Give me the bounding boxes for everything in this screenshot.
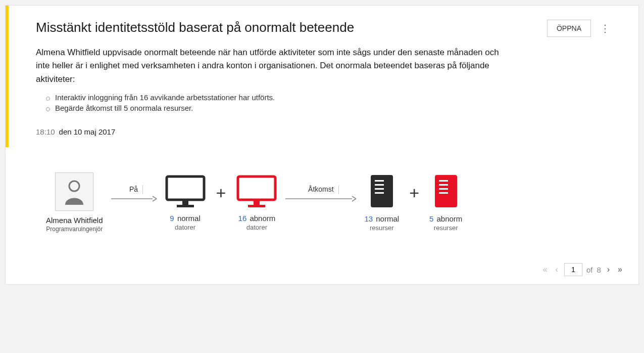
svg-rect-5 [238, 176, 275, 200]
svg-rect-3 [182, 200, 188, 205]
count-row: 16 abnorm [238, 214, 276, 223]
count: 16 [238, 214, 247, 223]
computers-abnormal-node[interactable]: 16 abnorm datorer [236, 174, 277, 231]
svg-point-0 [69, 181, 79, 191]
alert-card: Misstänkt identitetsstöld baserat på ono… [5, 5, 639, 285]
svg-rect-7 [248, 205, 265, 207]
activity-item: Begärde åtkomst till 5 onormala resurser… [46, 103, 608, 113]
of-label: of [586, 266, 593, 274]
arrow-label: Åtkomst [308, 185, 334, 193]
alert-timestamp: 18:10 den 10 maj 2017 [6, 122, 638, 148]
chevron-right-icon: › [607, 265, 610, 274]
more-menu-button[interactable]: ⋮ [597, 20, 613, 36]
alert-time: 18:10 [36, 127, 55, 136]
svg-rect-17 [439, 188, 448, 190]
type-label: datorer [175, 224, 195, 231]
count: 5 [429, 214, 433, 223]
actor-node[interactable]: Almena Whitfield Programvaruingenjör [46, 172, 103, 233]
chevron-left-icon: ‹ [556, 265, 558, 274]
arrow-right-icon [111, 195, 157, 202]
plus-icon: + [402, 183, 426, 222]
monitor-icon [165, 174, 206, 208]
svg-rect-4 [177, 205, 194, 207]
avatar [55, 172, 93, 211]
server-icon [434, 174, 458, 208]
type-label: resurser [370, 224, 394, 232]
last-page-button[interactable]: » [616, 264, 624, 275]
arrow-label: På [129, 185, 138, 193]
svg-rect-14 [435, 175, 457, 207]
svg-rect-10 [375, 180, 384, 182]
activity-list: Interaktiv inloggning från 16 avvikande … [6, 90, 638, 122]
chevron-double-right-icon: » [618, 265, 622, 274]
svg-rect-11 [375, 184, 384, 186]
prev-page-button[interactable]: ‹ [554, 264, 560, 275]
svg-rect-6 [254, 200, 260, 205]
actor-role: Programvaruingenjör [46, 226, 103, 233]
severity-accent [6, 6, 9, 147]
first-page-button[interactable]: « [541, 264, 550, 275]
status: normal [177, 214, 201, 223]
count: 9 [170, 214, 174, 223]
arrow-access: Åtkomst [285, 185, 356, 220]
svg-rect-15 [439, 180, 448, 182]
svg-rect-9 [371, 175, 393, 207]
header-actions: ÖPPNA ⋮ [547, 20, 613, 37]
pagination: « ‹ of 8 › » [6, 258, 638, 284]
resources-normal-node[interactable]: 13 normal resurser [364, 174, 399, 232]
arrow-on: På [111, 185, 157, 220]
alert-date: den 10 maj 2017 [59, 127, 116, 136]
count-row: 9 normal [170, 214, 200, 223]
server-icon [370, 174, 394, 208]
count: 13 [364, 214, 373, 223]
arrow-right-icon [285, 195, 356, 202]
person-icon [62, 179, 86, 205]
monitor-icon [236, 174, 277, 208]
status: abnorm [250, 214, 275, 223]
alert-title: Misstänkt identitetsstöld baserat på ono… [36, 20, 354, 35]
type-label: datorer [246, 224, 267, 231]
actor-name: Almena Whitfield [46, 216, 103, 225]
svg-rect-18 [439, 192, 448, 194]
resources-abnormal-node[interactable]: 5 abnorm resurser [429, 174, 462, 232]
plus-icon: + [209, 183, 233, 222]
more-vertical-icon: ⋮ [600, 23, 610, 34]
next-page-button[interactable]: › [605, 264, 612, 275]
status: normal [376, 214, 399, 223]
attack-diagram: Almena Whitfield Programvaruingenjör På … [6, 148, 638, 258]
status: abnorm [437, 214, 463, 223]
svg-rect-12 [375, 188, 384, 190]
total-pages: 8 [597, 266, 601, 274]
count-row: 5 abnorm [429, 214, 462, 223]
svg-rect-2 [167, 176, 204, 200]
svg-rect-16 [439, 184, 448, 186]
computers-normal-node[interactable]: 9 normal datorer [165, 174, 206, 231]
card-header: Misstänkt identitetsstöld baserat på ono… [6, 6, 638, 42]
type-label: resurser [434, 224, 458, 232]
open-button[interactable]: ÖPPNA [547, 20, 591, 37]
chevron-double-left-icon: « [543, 265, 548, 274]
activity-item: Interaktiv inloggning från 16 avvikande … [46, 92, 608, 103]
count-row: 13 normal [364, 214, 399, 223]
svg-rect-13 [375, 192, 384, 194]
page-input[interactable] [564, 263, 582, 276]
alert-description: Almena Whitfield uppvisade onormalt bete… [6, 42, 536, 90]
